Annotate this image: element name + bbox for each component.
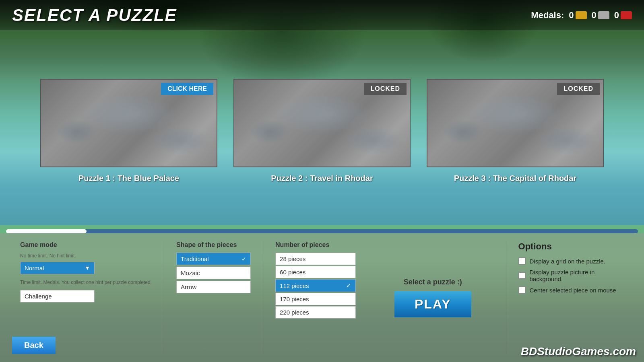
medal-red-count: 0	[614, 10, 619, 21]
shape-traditional-dropdown[interactable]: Traditional ✓	[176, 253, 251, 265]
medal-red-group: 0	[614, 10, 632, 21]
puzzle-carousel: CLICK HERE Puzzle 1 : The Blue Palace LO…	[0, 32, 644, 229]
select-puzzle-text: Select a puzzle :)	[404, 278, 462, 286]
locked-badge-3: LOCKED	[557, 83, 600, 95]
medal-silver-count: 0	[592, 10, 597, 21]
shape-section: Shape of the pieces Traditional ✓ Mozaic…	[168, 241, 259, 354]
options-title: Options	[518, 241, 624, 252]
header: SELECT A PUZZLE Medals: 0 0 0	[0, 0, 644, 30]
pieces-section: Number of pieces 28 pieces 60 pieces 112…	[267, 241, 364, 354]
challenge-mode-value: Challenge	[25, 293, 52, 300]
option-checkbox-1[interactable]	[518, 257, 526, 265]
option-row-3: Center selected piece on mouse	[518, 286, 624, 294]
puzzle-thumbnail-3: LOCKED	[427, 79, 604, 167]
option-row-2: Display puzzle picture in background.	[518, 269, 624, 282]
medals-section: Medals: 0 0 0	[531, 10, 632, 21]
carousel-scrollbar-thumb[interactable]	[6, 229, 87, 233]
pieces-60[interactable]: 60 pieces	[275, 266, 356, 278]
puzzle-card-1[interactable]: CLICK HERE Puzzle 1 : The Blue Palace	[40, 79, 217, 183]
pieces-220[interactable]: 220 pieces	[275, 306, 356, 319]
puzzle-thumbnail-1[interactable]: CLICK HERE	[40, 79, 217, 167]
medals-label: Medals:	[531, 10, 564, 21]
medal-gold-icon	[576, 11, 587, 19]
medal-silver-icon	[598, 11, 609, 19]
pieces-112[interactable]: 112 pieces ✓	[275, 279, 356, 292]
bottom-panel: Game mode No time limit. No hint limit. …	[0, 233, 644, 362]
game-mode-label: Game mode	[20, 241, 152, 249]
option-checkbox-3[interactable]	[518, 286, 526, 294]
puzzle-name-1: Puzzle 1 : The Blue Palace	[78, 174, 179, 183]
pieces-170[interactable]: 170 pieces	[275, 293, 356, 305]
play-button[interactable]: PLAY	[394, 291, 471, 317]
puzzle-card-2: LOCKED Puzzle 2 : Travel in Rhodar	[233, 79, 411, 183]
page-title: SELECT A PUZZLE	[12, 6, 177, 25]
option-label-2: Display puzzle picture in background.	[530, 269, 624, 282]
shape-mozaic-item[interactable]: Mozaic	[176, 267, 251, 279]
locked-badge-2: LOCKED	[364, 83, 407, 95]
puzzle-card-3: LOCKED Puzzle 3 : The Capital of Rhodar	[427, 79, 604, 183]
click-here-badge[interactable]: CLICK HERE	[161, 83, 213, 95]
divider-2	[263, 241, 263, 354]
brand-watermark: BDStudioGames.com	[521, 345, 636, 358]
option-checkbox-2[interactable]	[518, 272, 526, 279]
shape-traditional-value: Traditional	[181, 255, 208, 262]
play-section: Select a puzzle :) PLAY	[364, 241, 502, 354]
shape-arrow-item[interactable]: Arrow	[176, 281, 251, 293]
carousel-scrollbar[interactable]	[6, 229, 638, 233]
options-section: Options Display a grid on the puzzle. Di…	[510, 241, 632, 354]
pieces-28[interactable]: 28 pieces	[275, 253, 356, 265]
normal-mode-value: Normal	[25, 265, 44, 272]
game-mode-normal-sublabel: No time limit. No hint limit.	[20, 253, 152, 259]
medal-silver-group: 0	[592, 10, 609, 21]
option-label-1: Display a grid on the puzzle.	[530, 258, 605, 265]
puzzle-name-3: Puzzle 3 : The Capital of Rhodar	[454, 174, 576, 183]
normal-dropdown-arrow-icon: ▼	[85, 265, 90, 271]
option-label-3: Center selected piece on mouse	[530, 287, 616, 294]
medal-red-icon	[621, 11, 632, 19]
back-button[interactable]: Back	[12, 337, 56, 354]
pieces-list: 28 pieces 60 pieces 112 pieces ✓ 170 pie…	[275, 253, 356, 319]
normal-mode-dropdown[interactable]: Normal ▼	[20, 262, 95, 274]
game-mode-challenge-sublabel: Time limit. Medals. You collect one hint…	[20, 279, 152, 286]
pieces-label: Number of pieces	[275, 241, 356, 249]
medal-gold-group: 0	[569, 10, 586, 21]
option-row-1: Display a grid on the puzzle.	[518, 257, 624, 265]
challenge-mode-input[interactable]: Challenge	[20, 290, 95, 302]
puzzle-thumbnail-2: LOCKED	[233, 79, 411, 167]
divider-1	[164, 241, 164, 354]
pieces-112-check-icon: ✓	[346, 282, 351, 289]
medal-gold-count: 0	[569, 10, 574, 21]
shape-check-icon: ✓	[242, 256, 246, 262]
divider-3	[506, 241, 506, 354]
puzzle-name-2: Puzzle 2 : Travel in Rhodar	[271, 174, 373, 183]
shape-label: Shape of the pieces	[176, 241, 251, 249]
pieces-112-value: 112 pieces	[280, 282, 309, 289]
